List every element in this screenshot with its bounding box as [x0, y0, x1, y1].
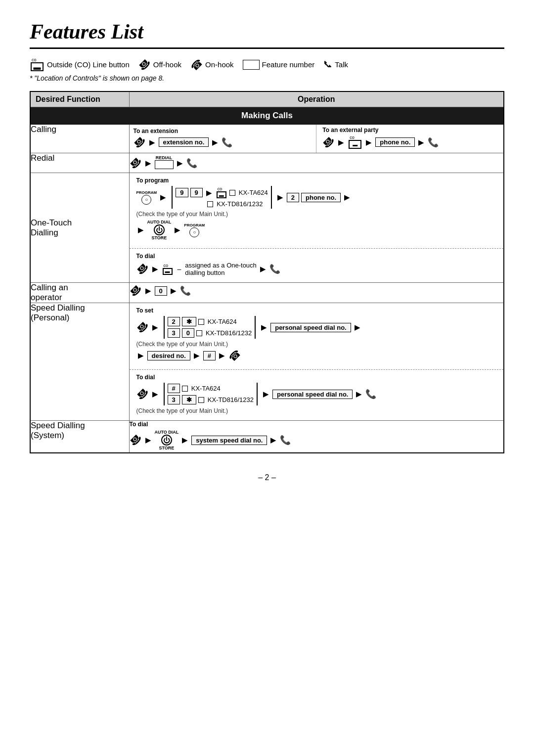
calling-cols: To an extension ☎ ▶ extension no. ▶ 📞 To… — [130, 125, 504, 153]
offhook-icon-ext-party: ☎ — [320, 133, 337, 151]
check-kxtd-dial — [198, 397, 204, 403]
table-header: Desired Function Operation — [30, 91, 504, 107]
speed-dial-row2: 3 ✱ KX-TD816/1232 — [168, 395, 254, 404]
speed-personal-set-label: To set — [136, 307, 497, 314]
talk-icon-ext: 📞 — [222, 137, 232, 148]
bracket-row-kxtd: KX-TD816/1232 — [176, 200, 267, 208]
function-speed-personal: Speed Dialling(Personal) — [30, 303, 129, 421]
speed-personal-bracket: 2 ✱ KX-TA624 3 0 KX-TD816/1232 — [164, 316, 256, 339]
op-speed-system: To dial ☎ ▶ AUTO DIAL ⏻ STORE ▶ system s… — [129, 421, 504, 453]
offhook-icon-speed-dial: ☎ — [134, 386, 151, 403]
talk-icon-ext-party: 📞 — [428, 137, 439, 148]
program-icon: PROGRAM ○ — [136, 190, 157, 205]
btn-3-speed: 3 — [168, 328, 180, 338]
function-one-touch: One-TouchDialling — [30, 173, 129, 283]
model-bracket-program: 9 9 ▶ co ▬ KX-TA624 — [172, 186, 271, 209]
calling-ext-party-label: To an external party — [322, 127, 499, 133]
offhook-icon: ☎ — [136, 56, 153, 73]
speed-system-dial-label: To dial — [130, 421, 504, 428]
calling-external-col: To an external party ☎ ▶ co ▬ ▶ phone no… — [318, 125, 503, 153]
btn-2-speed: 2 — [168, 317, 180, 326]
hash-btn: # — [203, 351, 216, 360]
bracket-row-kxta: 9 9 ▶ co ▬ KX-TA624 — [176, 187, 267, 198]
check-type-note-1: (Check the type of your Main Unit.) — [136, 211, 497, 218]
check-type-note-speed: (Check the type of your Main Unit.) — [136, 341, 497, 348]
one-touch-assigned-note: assigned as a One-touchdialling button — [185, 262, 257, 276]
btn-2: 2 — [287, 193, 299, 202]
talk-icon-speed-sys: 📞 — [280, 435, 291, 445]
auto-dial-store-icon: AUTO DIAL ⏻ STORE — [147, 220, 172, 240]
talk-icon-redial: 📞 — [186, 158, 197, 169]
auto-dial-store-icon-sys: AUTO DIAL ⏻ STORE — [155, 430, 179, 450]
check-kxta — [229, 190, 235, 196]
offhook-icon-operator: ☎ — [127, 282, 144, 300]
btn-3-dial: 3 — [168, 395, 180, 404]
btn-9-1: 9 — [176, 188, 188, 197]
op-calling-operator: ☎ ▶ 0 ▶ 📞 — [129, 283, 504, 303]
co-line-icon-ext: co ▬ — [349, 135, 361, 149]
function-redial: Redial — [30, 153, 129, 173]
phone-no-one-touch: phone no. — [301, 193, 341, 202]
talk-icon-speed-personal: 📞 — [365, 389, 376, 400]
speed-personal-dial-label: To dial — [136, 374, 497, 381]
calling-extension-col: To an extension ☎ ▶ extension no. ▶ 📞 — [130, 126, 314, 152]
calling-ext-op: ☎ ▶ extension no. ▶ 📞 — [134, 136, 311, 148]
onhook-icon: ☎ — [188, 56, 205, 73]
speed-personal-set-section: To set ☎ ▶ 2 ✱ KX-TA624 3 — [130, 303, 504, 367]
section-making-calls-label: Making Calls — [30, 107, 504, 125]
offhook-icon-calling: ☎ — [131, 133, 148, 151]
btn-hash-dial: # — [168, 384, 180, 393]
offhook-icon-onetouchdial: ☎ — [134, 261, 151, 278]
check-kxtd — [207, 201, 213, 207]
op-redial: ☎ ▶ REDIAL ▶ 📞 — [129, 153, 504, 173]
table-row-redial: Redial ☎ ▶ REDIAL ▶ 📞 — [30, 153, 504, 173]
one-touch-program-op: PROGRAM ○ ▶ 9 9 ▶ co — [136, 186, 497, 209]
redial-op: ☎ ▶ REDIAL ▶ 📞 — [130, 155, 504, 171]
extension-no-btn: extension no. — [159, 137, 209, 147]
table-row-calling-operator: Calling anoperator ☎ ▶ 0 ▶ 📞 — [30, 283, 504, 303]
function-calling-operator: Calling anoperator — [30, 283, 129, 303]
one-touch-program-section: To program PROGRAM ○ ▶ 9 9 — [130, 173, 504, 246]
co-line-icon-9: co ▬ — [217, 187, 226, 198]
col-operation-header: Operation — [129, 91, 504, 107]
speed-dial-bracket: # KX-TA624 3 ✱ KX-TD816/1232 — [164, 383, 258, 405]
co-line-icon: co ▬ — [31, 58, 44, 71]
calling-operator-op: ☎ ▶ 0 ▶ 📞 — [130, 285, 504, 297]
function-calling: Calling — [30, 125, 129, 153]
legend-talk: 📞︎ Talk — [323, 59, 348, 70]
btn-0-operator: 0 — [155, 286, 167, 296]
page-title: Features List — [30, 20, 504, 49]
program-icon-2: PROGRAM ○ — [184, 223, 205, 237]
speed-set-row2: 3 0 KX-TD816/1232 — [168, 328, 252, 338]
offhook-icon-redial: ☎ — [127, 154, 144, 172]
legend-co-line: co ▬ Outside (CO) Line button — [30, 58, 130, 71]
co-icon-onetouchdial: co ▬ — [163, 264, 173, 275]
btn-9-2: 9 — [190, 188, 203, 197]
legend-feature-num: Feature number — [243, 60, 315, 70]
one-touch-dial-section: To dial ☎ ▶ co ▬ – assigned as a One-tou… — [130, 248, 504, 282]
one-touch-program-label: To program — [136, 177, 497, 184]
one-touch-dial-label: To dial — [136, 253, 497, 260]
talk-icon-onetouchdial: 📞 — [269, 264, 280, 274]
legend-onhook: ☎ On-hook — [190, 59, 234, 71]
btn-star-dial: ✱ — [182, 395, 196, 404]
talk-icon: 📞︎ — [323, 59, 332, 70]
legend-offhook: ☎ Off-hook — [138, 59, 181, 71]
table-row-calling: Calling To an extension ☎ ▶ extension no… — [30, 125, 504, 153]
btn-star-speed: ✱ — [182, 317, 196, 326]
check-kxtd-speed — [196, 330, 202, 336]
personal-speed-dial-no-dial: personal speed dial no. — [272, 390, 353, 399]
legend: co ▬ Outside (CO) Line button ☎ Off-hook… — [30, 58, 504, 71]
speed-personal-set-op2: ▶ desired no. ▶ # ▶ ☎ — [136, 350, 497, 361]
offhook-icon-speed-set: ☎ — [134, 319, 151, 336]
talk-icon-operator: 📞 — [180, 285, 191, 296]
page-number: – 2 – — [30, 473, 504, 482]
table-row-one-touch: One-TouchDialling To program PROGRAM ○ ▶ — [30, 173, 504, 283]
personal-speed-dial-no-set: personal speed dial no. — [270, 323, 351, 332]
speed-personal-dial-section: To dial ☎ ▶ # KX-TA624 3 ✱ — [130, 369, 504, 420]
desired-no-btn: desired no. — [147, 351, 190, 360]
op-calling: To an extension ☎ ▶ extension no. ▶ 📞 To… — [129, 125, 504, 153]
speed-dial-row1: # KX-TA624 — [168, 384, 254, 393]
feature-num-icon — [243, 60, 260, 70]
calling-ext-label: To an extension — [134, 128, 311, 134]
